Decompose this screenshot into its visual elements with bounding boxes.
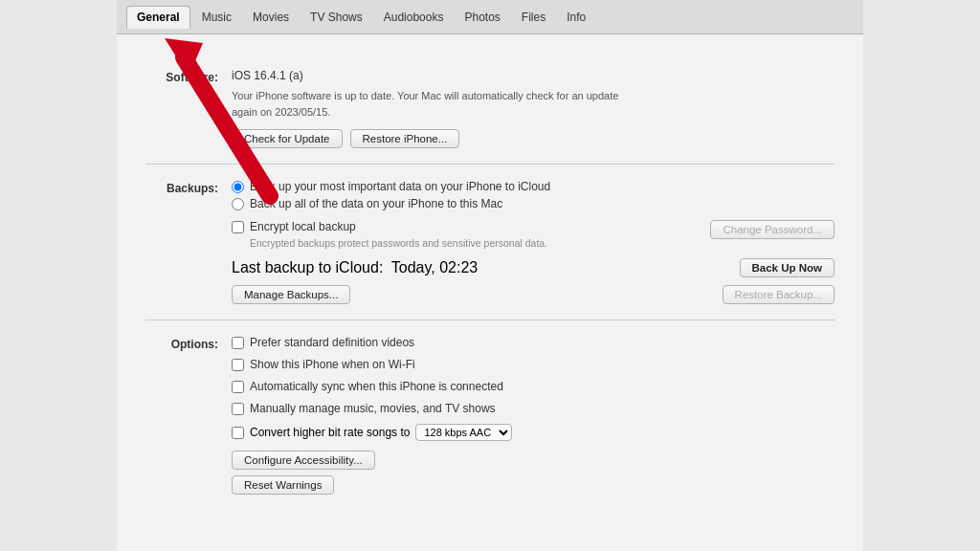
mac-backup-label: Back up all of the data on your iPhone t… [250, 197, 502, 210]
encrypt-sublabel: Encrypted backups protect passwords and … [250, 237, 547, 249]
change-password-button[interactable]: Change Password... [710, 220, 835, 239]
manual-manage-checkbox[interactable] [232, 403, 244, 415]
icloud-backup-radio[interactable] [232, 181, 244, 193]
std-def-checkbox[interactable] [232, 337, 244, 349]
tab-photos[interactable]: Photos [455, 7, 509, 28]
tab-info[interactable]: Info [557, 7, 595, 28]
tab-general[interactable]: General [126, 6, 190, 29]
manage-backups-button[interactable]: Manage Backups... [232, 285, 350, 304]
bitrate-row: Convert higher bit rate songs to 128 kbp… [232, 424, 835, 441]
tab-audiobooks[interactable]: Audiobooks [374, 7, 454, 28]
software-section: Software: iOS 16.4.1 (a) Your iPhone sof… [145, 54, 835, 165]
mac-backup-radio[interactable] [232, 198, 244, 210]
option-auto-sync: Automatically sync when this iPhone is c… [232, 380, 835, 393]
bitrate-checkbox[interactable] [232, 427, 244, 439]
software-description: Your iPhone software is up to date. Your… [232, 88, 634, 120]
std-def-label: Prefer standard definition videos [250, 336, 414, 349]
backup-status-row: Last backup to iCloud: Today, 02:23 Back… [232, 258, 835, 277]
backups-section: Backups: Back up your most important dat… [145, 165, 835, 320]
backups-label: Backups: [145, 180, 232, 304]
restore-iphone-button[interactable]: Restore iPhone... [350, 129, 460, 148]
software-label: Software: [145, 69, 232, 148]
wifi-checkbox[interactable] [232, 359, 244, 371]
main-window: General Music Movies TV Shows Audiobooks… [117, 0, 863, 551]
software-version: iOS 16.4.1 (a) [232, 69, 835, 82]
check-update-button[interactable]: Check for Update [232, 129, 343, 148]
icloud-backup-label: Back up your most important data on your… [250, 180, 550, 193]
tab-music[interactable]: Music [192, 7, 241, 28]
content-area: Software: iOS 16.4.1 (a) Your iPhone sof… [117, 34, 863, 551]
mac-backup-row: Back up all of the data on your iPhone t… [232, 197, 835, 210]
last-backup-text: Last backup to iCloud: Today, 02:23 [232, 259, 478, 276]
last-backup-value: Today, 02:23 [391, 259, 478, 276]
options-content: Prefer standard definition videos Show t… [232, 336, 835, 495]
tab-movies[interactable]: Movies [243, 7, 299, 28]
option-std-def: Prefer standard definition videos [232, 336, 835, 349]
auto-sync-checkbox[interactable] [232, 381, 244, 393]
wifi-label: Show this iPhone when on Wi-Fi [250, 358, 415, 371]
restore-backup-button[interactable]: Restore Backup... [723, 285, 835, 304]
tab-files[interactable]: Files [512, 7, 555, 28]
software-content: iOS 16.4.1 (a) Your iPhone software is u… [232, 69, 835, 148]
encrypt-section: Encrypt local backup Encrypted backups p… [232, 220, 835, 249]
options-buttons: Configure Accessibility... Reset Warning… [232, 451, 835, 495]
options-section: Options: Prefer standard definition vide… [145, 320, 835, 510]
auto-sync-label: Automatically sync when this iPhone is c… [250, 380, 503, 393]
last-backup-label: Last backup to iCloud: [232, 259, 383, 276]
backup-action-buttons: Manage Backups... Restore Backup... [232, 285, 835, 304]
encrypt-label: Encrypt local backup [250, 220, 356, 233]
option-wifi: Show this iPhone when on Wi-Fi [232, 358, 835, 371]
reset-warnings-button[interactable]: Reset Warnings [232, 475, 334, 495]
encrypt-checkbox[interactable] [232, 221, 244, 233]
options-label: Options: [145, 336, 232, 495]
backups-content: Back up your most important data on your… [232, 180, 835, 304]
tab-bar: General Music Movies TV Shows Audiobooks… [117, 0, 863, 34]
bitrate-select[interactable]: 128 kbps AAC [415, 424, 512, 441]
configure-accessibility-button[interactable]: Configure Accessibility... [232, 451, 375, 470]
back-up-now-button[interactable]: Back Up Now [740, 258, 835, 277]
option-manual-manage: Manually manage music, movies, and TV sh… [232, 402, 835, 415]
software-buttons: Check for Update Restore iPhone... [232, 129, 835, 148]
encrypt-row: Encrypt local backup [232, 220, 547, 233]
bitrate-label: Convert higher bit rate songs to [250, 426, 410, 439]
icloud-backup-row: Back up your most important data on your… [232, 180, 835, 193]
encrypt-left: Encrypt local backup Encrypted backups p… [232, 220, 547, 249]
tab-tvshows[interactable]: TV Shows [301, 7, 372, 28]
manual-manage-label: Manually manage music, movies, and TV sh… [250, 402, 496, 415]
options-list: Prefer standard definition videos Show t… [232, 336, 835, 441]
